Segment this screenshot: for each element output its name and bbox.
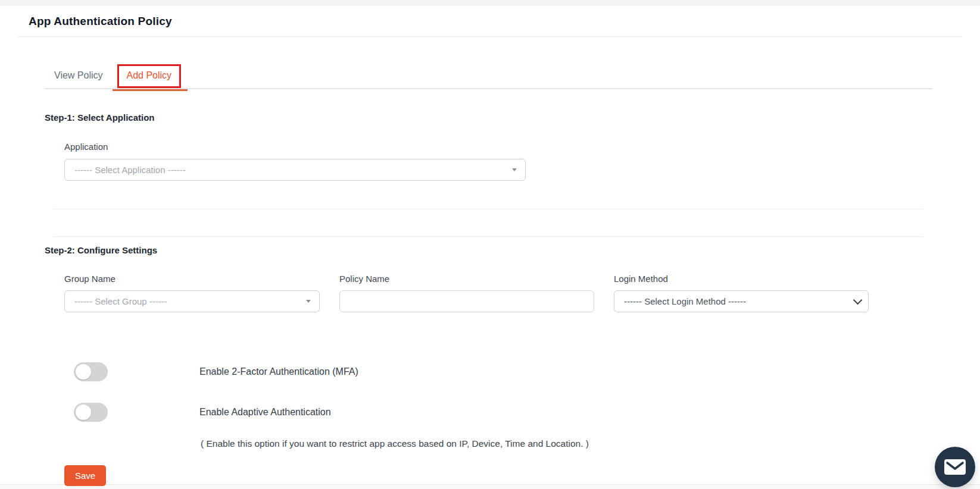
policy-name-input[interactable] [339, 290, 594, 312]
group-name-select[interactable]: ------ Select Group ------ [64, 290, 320, 312]
login-method-select-placeholder: ------ Select Login Method ------ [624, 296, 848, 306]
policy-name-field: Policy Name [339, 274, 594, 312]
adaptive-auth-toggle[interactable] [74, 403, 108, 422]
group-select-placeholder: ------ Select Group ------ [74, 296, 301, 306]
save-button[interactable]: Save [64, 465, 106, 486]
page-header: App Authentication Policy [0, 6, 980, 28]
tab-view-policy[interactable]: View Policy [45, 64, 113, 88]
tab-add-policy[interactable]: Add Policy [117, 64, 182, 88]
envelope-icon [943, 457, 967, 477]
app-authentication-policy-page: App Authentication Policy View Policy Ad… [0, 6, 980, 485]
application-select[interactable]: ------ Select Application ------ [64, 159, 526, 181]
section-divider [54, 209, 923, 209]
dropdown-arrow-icon [512, 168, 517, 171]
login-method-select[interactable]: ------ Select Login Method ------ [614, 290, 869, 312]
application-select-placeholder: ------ Select Application ------ [74, 165, 507, 175]
mfa-toggle-label: Enable 2-Factor Authentication (MFA) [199, 366, 358, 377]
login-method-field: Login Method ------ Select Login Method … [614, 274, 869, 312]
adaptive-auth-note: ( Enable this option if you want to rest… [201, 438, 980, 449]
mfa-toggle[interactable] [74, 362, 108, 381]
toggle-knob [76, 364, 91, 380]
login-method-label: Login Method [614, 274, 869, 284]
application-label: Application [64, 142, 980, 152]
dropdown-arrow-icon [306, 300, 311, 303]
toggle-knob [76, 405, 91, 420]
page-title: App Authentication Policy [29, 15, 980, 28]
policy-tabs: View Policy Add Policy [45, 64, 932, 89]
chevron-down-icon [853, 296, 863, 305]
section-divider [54, 236, 923, 237]
group-name-label: Group Name [64, 274, 320, 284]
top-background-strip [0, 0, 980, 6]
mfa-toggle-row: Enable 2-Factor Authentication (MFA) [74, 362, 980, 381]
step1-heading: Step-1: Select Application [45, 112, 980, 123]
step2-heading: Step-2: Configure Settings [45, 245, 980, 255]
policy-name-label: Policy Name [339, 274, 594, 284]
header-divider [18, 36, 962, 37]
adaptive-toggle-label: Enable Adaptive Authentication [199, 407, 331, 418]
configure-settings-row: Group Name ------ Select Group ------ Po… [64, 274, 980, 312]
group-name-field: Group Name ------ Select Group ------ [64, 274, 320, 312]
chat-launcher-button[interactable] [935, 447, 975, 487]
adaptive-toggle-row: Enable Adaptive Authentication [74, 403, 980, 422]
application-field: Application ------ Select Application --… [64, 142, 980, 181]
